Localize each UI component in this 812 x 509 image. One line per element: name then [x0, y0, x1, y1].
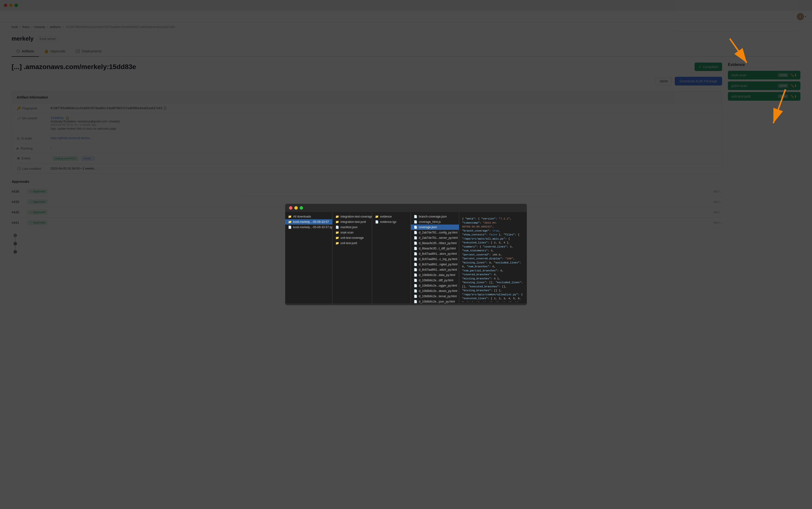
file-icon: 📄	[414, 252, 417, 256]
folder-icon: 📁	[336, 236, 339, 240]
file-item[interactable]: 📄d_6beacfe1f0...t_diff_py.html	[411, 246, 459, 251]
file-item[interactable]: 📁All downloads	[285, 214, 332, 219]
file-icon: 📄	[414, 241, 417, 245]
file-label: d_6beacfe1f0...rtifact_py.html	[419, 241, 457, 245]
file-item[interactable]: 📄kosli.merkely...-05-09-33-57.tgz	[285, 225, 332, 230]
file-icon: 📄	[336, 226, 339, 229]
file-label: evidence	[380, 215, 392, 218]
file-icon: 📄	[414, 236, 417, 240]
folder-icon: 📁	[336, 231, 339, 234]
file-icon: 📄	[414, 258, 417, 259]
folder-icon: 📁	[288, 215, 292, 218]
file-label: evidence.tgz	[380, 220, 396, 224]
file-label: unit-test-junit	[341, 241, 357, 245]
file-label: d_2ab7de781...config_py.html	[419, 231, 458, 234]
file-icon: 📄	[414, 247, 417, 250]
file-col-4: 📄branch-coverage.json📄coverage_html.js📄c…	[411, 212, 459, 259]
file-label: snyk-scan	[341, 231, 353, 234]
folder-icon: 📁	[288, 220, 292, 224]
file-label: integration-test-coverage	[341, 215, 372, 218]
modal-maximize-button[interactable]	[300, 206, 303, 210]
file-item[interactable]: 📁snyk-scan	[333, 230, 372, 235]
folder-icon: 📁	[375, 215, 379, 218]
file-label: d_8c67aa8f41...ators_py.html	[419, 252, 457, 256]
file-icon: 📄	[414, 215, 417, 218]
file-label: unit-test-coverage	[341, 236, 364, 240]
file-icon: 📄	[375, 220, 379, 224]
file-item[interactable]: 📁evidence	[372, 214, 411, 219]
file-icon: 📄	[414, 220, 417, 224]
file-label: d_6beacfe1f0...t_diff_py.html	[419, 247, 456, 250]
json-preview-col: { "meta": { "version": "7.2.2", "timesta…	[459, 212, 527, 259]
file-item[interactable]: 📄coverage.json	[411, 225, 459, 230]
file-browser-modal: 📁All downloads📁kosli.merkely...-05-09-33…	[285, 204, 527, 259]
file-label: kosli.merkely...-05-09-33-57	[293, 220, 329, 224]
modal-titlebar	[285, 204, 527, 212]
file-label: integration-test-junit	[341, 220, 366, 224]
file-label: d_2ab7de781...server_py.html	[419, 236, 458, 240]
file-item[interactable]: 📁kosli.merkely...-05-09-33-57	[285, 219, 332, 225]
modal-overlay[interactable]: 📁All downloads📁kosli.merkely...-05-09-33…	[0, 0, 812, 259]
file-label: All downloads	[293, 215, 311, 218]
modal-close-button[interactable]	[289, 206, 292, 210]
file-item[interactable]: 📄evidence.tgz	[372, 219, 411, 225]
file-item[interactable]: 📄d_8c67aa8f41...ators_py.html	[411, 251, 459, 257]
file-label: coverage.json	[419, 226, 437, 229]
file-label: coverage_html.js	[419, 220, 441, 224]
file-label: kosli.merkely...-05-09-33-57.tgz	[293, 226, 333, 229]
file-icon: 📄	[414, 226, 417, 229]
file-label: manifest.json	[341, 226, 358, 229]
json-preview: { "meta": { "version": "7.2.2", "timesta…	[459, 214, 527, 259]
file-col-1: 📁All downloads📁kosli.merkely...-05-09-33…	[285, 212, 333, 259]
file-label: branch-coverage.json	[419, 215, 447, 218]
folder-icon: 📁	[336, 241, 339, 245]
file-item[interactable]: 📄branch-coverage.json	[411, 214, 459, 219]
file-item[interactable]: 📁unit-test-junit	[333, 240, 372, 246]
file-item[interactable]: 📁integration-test-junit	[333, 219, 372, 225]
file-icon: 📄	[288, 226, 292, 229]
file-item[interactable]: 📄d_8c67aa8f41...c_log_py.html	[411, 257, 459, 259]
file-item[interactable]: 📄d_6beacfe1f0...rtifact_py.html	[411, 240, 459, 246]
file-item[interactable]: 📄d_2ab7de781...config_py.html	[411, 230, 459, 235]
modal-minimize-button[interactable]	[294, 206, 298, 210]
file-item[interactable]: 📄manifest.json	[333, 225, 372, 230]
folder-icon: 📁	[336, 220, 339, 224]
file-item[interactable]: 📄d_2ab7de781...server_py.html	[411, 235, 459, 240]
file-col-3: 📁evidence📄evidence.tgz	[372, 212, 411, 259]
file-item[interactable]: 📁unit-test-coverage	[333, 235, 372, 240]
file-label: d_8c67aa8f41...c_log_py.html	[419, 258, 457, 259]
file-col-2: 📁integration-test-coverage📁integration-t…	[333, 212, 372, 259]
file-item[interactable]: 📄coverage_html.js	[411, 219, 459, 225]
file-icon: 📄	[414, 231, 417, 234]
file-item[interactable]: 📁integration-test-coverage	[333, 214, 372, 219]
folder-icon: 📁	[336, 215, 339, 218]
file-explorer: 📁All downloads📁kosli.merkely...-05-09-33…	[285, 212, 527, 259]
